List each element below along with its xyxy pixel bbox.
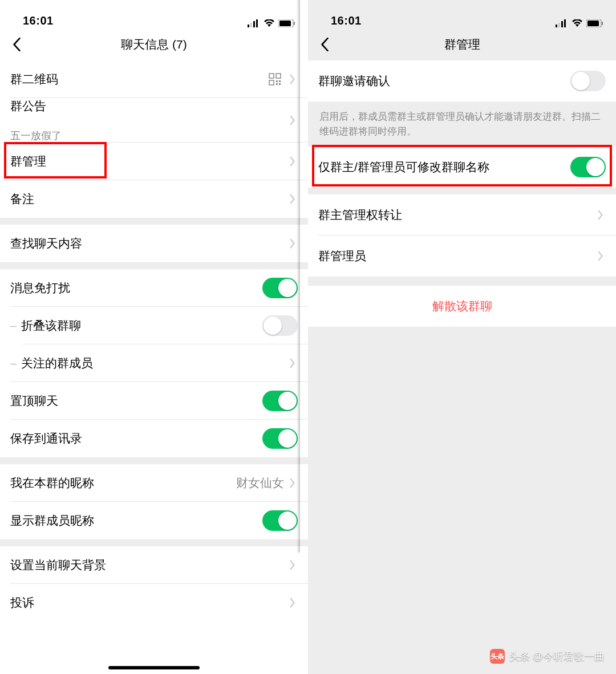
cell-label: 关注的群成员 (21, 355, 287, 371)
page-title: 群管理 (308, 36, 616, 52)
divider-shadow (297, 0, 300, 553)
status-icons (556, 19, 603, 27)
svg-rect-11 (279, 80, 281, 82)
battery-icon (278, 19, 295, 27)
svg-rect-8 (276, 74, 281, 78)
watermark-text: 头条 @今听君歌一曲 (509, 649, 605, 663)
cell-label: 群主管理权转让 (318, 207, 595, 223)
cell-sub: 五一放假了 (10, 129, 62, 143)
cell-label: 设置当前聊天背景 (10, 557, 287, 573)
cell-save-contacts[interactable]: 保存到通讯录 (0, 420, 308, 457)
cell-follow-members[interactable]: – 关注的群成员 (0, 344, 308, 382)
signal-icon (556, 19, 568, 27)
cell-group-admins[interactable]: 群管理员 (308, 236, 616, 277)
svg-rect-17 (564, 19, 566, 27)
back-button[interactable] (316, 36, 333, 53)
svg-rect-19 (587, 21, 599, 26)
phone-chat-info: 16:01 聊天信息 (7) 群二维码 群公告 五一放假了 (0, 0, 308, 674)
cell-search-history[interactable]: 查找聊天内容 (0, 225, 308, 262)
cell-pin[interactable]: 置顶聊天 (0, 382, 308, 420)
chevron-right-icon (287, 598, 298, 608)
page-title: 聊天信息 (7) (0, 36, 308, 52)
wifi-icon (572, 19, 583, 27)
svg-rect-10 (276, 80, 278, 82)
svg-rect-7 (269, 74, 274, 78)
chevron-right-icon (595, 210, 606, 220)
chevron-left-icon (13, 38, 21, 51)
svg-rect-3 (256, 19, 258, 27)
svg-rect-1 (250, 23, 252, 27)
dash-icon: – (10, 319, 17, 332)
cell-invite-confirm[interactable]: 群聊邀请确认 (308, 60, 616, 101)
cell-label: 保存到通讯录 (10, 431, 262, 446)
watermark: 头条 头条 @今听君歌一曲 (490, 649, 605, 664)
cell-group-qr[interactable]: 群二维码 (0, 60, 308, 98)
cell-label: 置顶聊天 (10, 393, 262, 409)
toggle-show-nick[interactable] (262, 510, 298, 531)
svg-rect-0 (248, 25, 249, 27)
signal-icon (248, 19, 260, 27)
status-time: 16:01 (331, 14, 362, 27)
cell-label: 群管理 (10, 153, 287, 169)
status-bar: 16:01 (0, 0, 308, 29)
wifi-icon (264, 19, 275, 27)
cell-label: 备注 (10, 191, 287, 207)
cell-only-admin-rename[interactable]: 仅群主/群管理员可修改群聊名称 (308, 147, 616, 188)
svg-rect-16 (561, 21, 563, 27)
status-icons (248, 19, 295, 27)
toggle-mute[interactable] (262, 278, 298, 298)
cell-complaint[interactable]: 投诉 (0, 584, 308, 622)
svg-rect-12 (276, 83, 278, 85)
status-bar: 16:01 (308, 0, 616, 29)
cell-label: 消息免打扰 (10, 280, 262, 296)
cell-label: 我在本群的昵称 (10, 475, 236, 491)
cell-label: 群二维码 (10, 71, 268, 87)
toggle-only-admin-rename[interactable] (570, 157, 606, 177)
toggle-pin[interactable] (262, 391, 298, 411)
cell-label: 群聊邀请确认 (318, 73, 570, 89)
toutiao-logo-icon: 头条 (490, 649, 505, 664)
section-footer: 启用后，群成员需群主或群管理员确认才能邀请朋友进群。扫描二维码进群将同时停用。 (308, 101, 616, 147)
cell-remark[interactable]: 备注 (0, 180, 308, 218)
svg-rect-6 (294, 22, 295, 25)
svg-rect-15 (558, 23, 560, 27)
svg-rect-2 (253, 21, 255, 27)
disband-group-button[interactable]: 解散该群聊 (308, 286, 616, 327)
cell-label: 查找聊天内容 (10, 236, 287, 251)
battery-icon (586, 19, 603, 27)
toggle-invite-confirm[interactable] (570, 71, 606, 91)
status-time: 16:01 (23, 14, 54, 27)
cell-fold[interactable]: – 折叠该群聊 (0, 307, 308, 344)
chevron-right-icon (287, 560, 298, 570)
nav-bar: 群管理 (308, 29, 616, 60)
cell-label: 仅群主/群管理员可修改群聊名称 (318, 159, 570, 175)
cell-show-nicknames[interactable]: 显示群成员昵称 (0, 502, 308, 539)
svg-rect-14 (556, 25, 557, 27)
cell-chat-background[interactable]: 设置当前聊天背景 (0, 546, 308, 584)
back-button[interactable] (8, 36, 25, 53)
cell-label: 显示群成员昵称 (10, 513, 262, 529)
cell-label: 群公告 (10, 98, 46, 128)
svg-rect-5 (279, 21, 291, 26)
cell-group-notice[interactable]: 群公告 五一放假了 (0, 98, 308, 143)
nav-bar: 聊天信息 (7) (0, 29, 308, 60)
chevron-right-icon (595, 251, 606, 261)
cell-label: 群管理员 (318, 248, 595, 264)
svg-rect-20 (602, 22, 603, 25)
cell-mute[interactable]: 消息免打扰 (0, 269, 308, 307)
cell-group-manage[interactable]: 群管理 (0, 143, 308, 180)
cell-value: 财女仙女 (236, 475, 284, 491)
cell-my-nickname[interactable]: 我在本群的昵称 财女仙女 (0, 464, 308, 502)
cell-label: 投诉 (10, 595, 287, 611)
qr-icon (268, 72, 282, 86)
svg-rect-13 (279, 83, 281, 85)
chevron-left-icon (321, 38, 329, 51)
home-indicator (108, 666, 200, 669)
toggle-fold[interactable] (262, 315, 298, 336)
toggle-save[interactable] (262, 428, 298, 449)
dash-icon: – (10, 357, 17, 370)
cell-label: 折叠该群聊 (21, 318, 262, 334)
svg-rect-9 (269, 80, 274, 85)
phone-group-manage: 16:01 群管理 群聊邀请确认 启用后，群成员需群主或群管理员确认才能邀请朋友… (308, 0, 616, 674)
cell-transfer-owner[interactable]: 群主管理权转让 (308, 194, 616, 236)
